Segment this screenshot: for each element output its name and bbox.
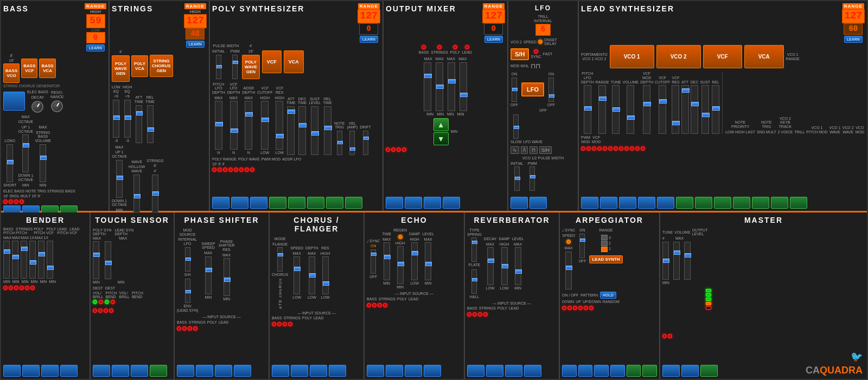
poly-big-btn5[interactable] bbox=[288, 197, 305, 209]
poly-vcf-lfo[interactable] bbox=[230, 101, 238, 150]
lead-big-btn9[interactable] bbox=[733, 197, 750, 209]
lead-vcf-btn[interactable]: VCF bbox=[703, 45, 742, 68]
echo-sync[interactable] bbox=[371, 249, 376, 274]
strings-learn-btn[interactable]: LEARN bbox=[186, 41, 205, 48]
poly-vcf-cutoff[interactable] bbox=[261, 101, 269, 150]
lfo-main-btn[interactable]: LFO bbox=[521, 82, 544, 96]
lead-range-slider[interactable] bbox=[598, 85, 606, 134]
lead-att[interactable] bbox=[681, 85, 689, 134]
touch-poly-depth[interactable] bbox=[93, 241, 99, 279]
reverb-plate[interactable] bbox=[471, 269, 477, 294]
bender-btn1[interactable] bbox=[3, 365, 21, 377]
poly-wave-gen-btn[interactable]: POLYWAVEGEN bbox=[112, 55, 130, 82]
strings-low-eq[interactable] bbox=[113, 100, 119, 138]
output-down-arrow[interactable]: ▼ bbox=[433, 132, 449, 145]
poly-note-trig[interactable] bbox=[337, 131, 342, 155]
arp-range-1[interactable] bbox=[601, 247, 608, 252]
out-big-btn1[interactable] bbox=[386, 197, 403, 209]
reverb-type[interactable] bbox=[471, 237, 477, 262]
arp-on-off[interactable] bbox=[579, 234, 585, 258]
lead-big-btn8[interactable] bbox=[714, 197, 731, 209]
phase-btn4[interactable] bbox=[234, 365, 251, 377]
arp-range-3[interactable] bbox=[601, 235, 608, 240]
master-btn2[interactable] bbox=[681, 365, 699, 377]
bass-learn-btn[interactable]: LEARN bbox=[86, 44, 105, 51]
lead-big-btn5[interactable] bbox=[657, 197, 674, 209]
lfo-wave-sq[interactable]: ⊓ bbox=[529, 146, 538, 154]
strings-8-4[interactable] bbox=[152, 175, 158, 212]
touch-btn1[interactable] bbox=[93, 365, 110, 377]
string-chorus-gen-btn[interactable]: STRINGCHORUSGEN bbox=[150, 55, 173, 77]
output-bass-vol[interactable] bbox=[424, 62, 431, 111]
bender-lead-vcf[interactable] bbox=[47, 241, 53, 279]
echo-time[interactable] bbox=[384, 242, 390, 280]
lfo-wave-sine[interactable]: ∿ bbox=[510, 146, 519, 154]
lead-volume[interactable] bbox=[627, 85, 634, 134]
lead-vco2-btn[interactable]: VCO 2 bbox=[656, 45, 701, 68]
lfo-wave-sh[interactable]: S/H bbox=[539, 146, 552, 154]
poly-big-btn6[interactable] bbox=[307, 197, 324, 209]
bender-btn4[interactable] bbox=[60, 365, 78, 377]
bass-resonance-knob[interactable] bbox=[51, 100, 63, 112]
echo-btn1[interactable] bbox=[367, 365, 384, 377]
arp-hold-btn[interactable]: HOLD bbox=[600, 292, 616, 299]
lead-big-btn4[interactable] bbox=[638, 197, 655, 209]
bass-vco-btn[interactable]: BASSVCO bbox=[3, 63, 20, 83]
poly-dec[interactable] bbox=[298, 106, 306, 155]
out-big-btn3[interactable] bbox=[424, 197, 441, 209]
reverb-btn4[interactable] bbox=[524, 365, 541, 377]
bass-blue-block1[interactable] bbox=[3, 92, 25, 111]
poly-wave-gen-btn2[interactable]: POLYWAVEGEN bbox=[242, 55, 260, 79]
arp-btn6[interactable] bbox=[642, 365, 657, 377]
bass-vca-btn[interactable]: BASSVCA bbox=[39, 59, 55, 78]
strings-high-eq[interactable] bbox=[124, 100, 131, 138]
phase-sweep[interactable] bbox=[205, 256, 212, 294]
output-lead-vol[interactable] bbox=[459, 62, 467, 111]
lead-vcf-mod[interactable] bbox=[643, 85, 650, 134]
master-volume[interactable] bbox=[673, 242, 680, 280]
lead-pitch-lfo[interactable] bbox=[584, 85, 591, 134]
poly-drift[interactable] bbox=[363, 131, 368, 155]
master-btn1[interactable] bbox=[662, 365, 680, 377]
bass-slider-string-vol[interactable] bbox=[40, 144, 46, 182]
lfo-on2[interactable] bbox=[548, 78, 554, 102]
bass-slider-long[interactable] bbox=[7, 144, 13, 182]
bender-poly-pitch[interactable] bbox=[21, 241, 27, 279]
lfo-sh-btn[interactable]: S/H bbox=[510, 48, 529, 60]
bass-decay-knob[interactable] bbox=[31, 101, 43, 113]
poly-att[interactable] bbox=[287, 106, 295, 155]
echo-level[interactable] bbox=[425, 242, 431, 280]
arp-speed[interactable] bbox=[565, 252, 572, 289]
bender-lead-pitch[interactable] bbox=[38, 241, 44, 279]
reverb-level[interactable] bbox=[515, 247, 521, 285]
lead-vca-btn[interactable]: VCA bbox=[744, 45, 784, 68]
poly-vcf-res[interactable] bbox=[276, 101, 283, 150]
bender-poly-vcf[interactable] bbox=[29, 241, 36, 279]
chorus-depth[interactable] bbox=[309, 256, 315, 294]
reverb-btn2[interactable] bbox=[486, 365, 503, 377]
output-strings-vol[interactable] bbox=[436, 62, 443, 111]
reverb-damp[interactable] bbox=[501, 247, 508, 285]
chorus-res[interactable] bbox=[322, 256, 329, 294]
lfo-speed-slider[interactable] bbox=[513, 114, 519, 139]
bass-slider-octave[interactable] bbox=[22, 134, 29, 172]
poly-big-btn2[interactable] bbox=[231, 197, 248, 209]
chorus-speed[interactable] bbox=[293, 256, 300, 294]
bender-strings[interactable] bbox=[12, 241, 18, 279]
lead-learn-btn[interactable]: LEARN bbox=[844, 36, 863, 43]
lead-big-btn7[interactable] bbox=[695, 197, 712, 209]
strings-att[interactable] bbox=[136, 105, 142, 143]
poly-rel[interactable] bbox=[324, 106, 331, 155]
poly-big-btn7[interactable] bbox=[326, 197, 343, 209]
poly-big-btn8[interactable] bbox=[345, 197, 362, 209]
poly-vca-btn[interactable]: POLYVCA bbox=[131, 55, 148, 77]
poly-vcf-btn[interactable]: VCF bbox=[262, 50, 282, 73]
lfo-wave-tri[interactable]: /\ bbox=[521, 146, 528, 154]
arp-lead-synth-btn[interactable]: LEAD SYNTH bbox=[589, 255, 622, 263]
lead-tune[interactable] bbox=[612, 85, 620, 134]
reverb-decay[interactable] bbox=[487, 247, 494, 285]
strings-rel[interactable] bbox=[147, 105, 154, 143]
trill-pw-initial[interactable] bbox=[514, 166, 520, 191]
chorus-mode[interactable] bbox=[277, 247, 283, 272]
phase-sh-slider[interactable] bbox=[185, 279, 190, 303]
